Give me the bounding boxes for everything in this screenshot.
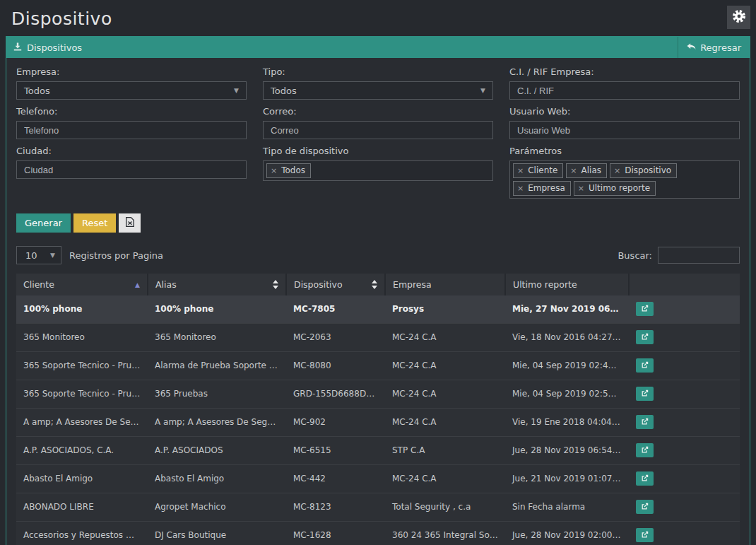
ciudad-input[interactable]	[16, 160, 247, 179]
table-row[interactable]: A amp; A Asesores De Seguros A amp; A As…	[16, 409, 740, 437]
parametros-multiselect[interactable]: × Cliente × Alias × Dispositivo ×	[509, 160, 740, 199]
cell-empresa: MC-24 C.A	[385, 380, 505, 409]
sort-both-icon	[372, 280, 377, 289]
table-row[interactable]: 365 Soporte Tecnico - Pruebas Alarma de …	[16, 352, 740, 380]
external-link-icon	[641, 502, 649, 512]
table-row[interactable]: 365 Monitoreo 365 Monitoreo MC-2063 MC-2…	[16, 324, 740, 352]
tag-ultimo-reporte: × Ultimo reporte	[574, 181, 656, 196]
external-link-icon	[641, 332, 649, 343]
filter-form: Empresa: Todos ▼ Telefono: Ciudad:	[16, 66, 740, 205]
cell-dispositivo: MC-2063	[286, 324, 385, 352]
cell-alias: A.P. ASOCIADOS	[148, 437, 286, 465]
tag-alias: × Alias	[566, 163, 607, 178]
column-header-dispositivo[interactable]: Dispositivo	[286, 274, 385, 295]
table-row[interactable]: A.P. ASOCIADOS, C.A. A.P. ASOCIADOS MC-6…	[16, 437, 740, 465]
telefono-input[interactable]	[16, 121, 247, 139]
cell-cliente: 365 Soporte Tecnico - Pruebas	[16, 380, 148, 409]
panel-body: Empresa: Todos ▼ Telefono: Ciudad:	[6, 58, 750, 545]
cell-dispositivo: GRD-155D6688D6F7830	[286, 380, 385, 409]
external-link-icon	[641, 304, 649, 315]
tipo-select[interactable]: Todos ▼	[263, 81, 493, 100]
external-link-icon	[641, 389, 649, 399]
cell-dispositivo: MC-8080	[286, 352, 385, 380]
table-row[interactable]: Abasto El Amigo Abasto El Amigo MC-442 M…	[16, 465, 740, 493]
open-detail-button[interactable]	[636, 528, 654, 542]
cell-ultimo-reporte: Jue, 28 Nov 2019 06:54:37 am	[505, 437, 629, 465]
remove-tag-icon[interactable]: ×	[614, 166, 620, 175]
cell-dispositivo: MC-7805	[286, 295, 385, 324]
settings-button[interactable]	[727, 6, 750, 29]
filter-column-2: Tipo: Todos ▼ Correo: Tipo de dispositiv…	[263, 66, 493, 205]
external-link-icon	[641, 530, 649, 541]
tag-label: Empresa	[528, 183, 565, 193]
cell-cliente: ABONADO LIBRE	[16, 493, 148, 522]
parametros-label: Parámetros	[509, 146, 740, 156]
ci-rif-input[interactable]	[509, 81, 740, 100]
remove-tag-icon[interactable]: ×	[570, 166, 577, 175]
table-header-row: Cliente ▲ Alias Dispositivo	[16, 274, 740, 295]
page-size-select[interactable]: 10 ▼	[16, 246, 61, 264]
tipo-dispositivo-label: Tipo de dispositivo	[263, 146, 493, 156]
table-row[interactable]: 100% phone 100% phone MC-7805 Prosys Mie…	[16, 295, 740, 324]
correo-input[interactable]	[263, 121, 493, 139]
cell-alias: 365 Monitoreo	[148, 324, 286, 352]
cell-ultimo-reporte: Sin Fecha alarma	[505, 493, 629, 522]
cell-empresa: MC-24 C.A	[385, 465, 505, 493]
column-label: Cliente	[23, 279, 54, 290]
cell-ultimo-reporte: Mie, 27 Nov 2019 06:00:02 pm	[505, 295, 629, 324]
tag-empresa: × Empresa	[513, 181, 571, 196]
chevron-down-icon: ▼	[50, 252, 55, 259]
remove-tag-icon[interactable]: ×	[578, 184, 584, 193]
panel-title: Dispositivos	[27, 42, 82, 53]
empresa-select[interactable]: Todos ▼	[16, 81, 247, 100]
devices-panel: Dispositivos Regresar Empresa: Todos ▼	[6, 36, 750, 545]
external-link-icon	[641, 474, 649, 484]
remove-tag-icon[interactable]: ×	[517, 184, 524, 193]
table-row[interactable]: 365 Soporte Tecnico - Pruebas 365 Prueba…	[16, 380, 740, 409]
open-detail-button[interactable]	[636, 471, 654, 486]
cell-alias: A amp; A Asesores De Seguros	[148, 409, 286, 437]
empresa-label: Empresa:	[16, 66, 247, 77]
cell-empresa: STP C.A	[385, 437, 505, 465]
column-header-empresa[interactable]: Empresa	[385, 274, 505, 295]
back-button[interactable]: Regresar	[678, 37, 750, 58]
search-input[interactable]	[658, 247, 740, 264]
cell-ultimo-reporte: Mie, 04 Sep 2019 02:48:14 pm	[505, 352, 629, 380]
column-label: Alias	[155, 279, 177, 290]
column-header-cliente[interactable]: Cliente ▲	[16, 274, 148, 295]
gear-icon	[732, 9, 746, 26]
generar-button[interactable]: Generar	[16, 213, 71, 233]
remove-tag-icon[interactable]: ×	[271, 166, 277, 175]
open-detail-button[interactable]	[636, 443, 654, 457]
sort-ascending-icon: ▲	[135, 281, 140, 288]
column-header-ultimo-reporte[interactable]: Ultimo reporte	[505, 274, 629, 295]
open-detail-button[interactable]	[636, 387, 654, 401]
topbar: Dispositivo	[0, 0, 756, 36]
tag-label: Ultimo reporte	[589, 183, 650, 193]
cell-empresa: MC-24 C.A	[385, 324, 505, 352]
ciudad-label: Ciudad:	[16, 146, 247, 156]
usuario-web-label: Usuario Web:	[509, 106, 740, 117]
usuario-web-input[interactable]	[509, 121, 740, 139]
open-detail-button[interactable]	[636, 415, 654, 429]
cell-dispositivo: MC-6515	[286, 437, 385, 465]
chevron-down-icon: ▼	[480, 87, 485, 94]
cell-alias: Agropet Machico	[148, 493, 286, 522]
export-excel-button[interactable]	[119, 213, 141, 233]
table-row[interactable]: Accesorios y Repuestos D.J., C. A. DJ Ca…	[16, 522, 740, 545]
cell-alias: 365 Pruebas	[148, 380, 286, 409]
cell-empresa: 360 24 365 Integral Solutions	[385, 522, 505, 545]
tipo-dispositivo-multiselect[interactable]: × Todos	[263, 160, 493, 181]
remove-tag-icon[interactable]: ×	[517, 166, 524, 175]
reset-button[interactable]: Reset	[73, 213, 116, 233]
table-row[interactable]: ABONADO LIBRE Agropet Machico MC-8123 To…	[16, 493, 740, 522]
open-detail-button[interactable]	[636, 302, 654, 316]
tag-label: Dispositivo	[625, 165, 671, 175]
column-header-alias[interactable]: Alias	[148, 274, 286, 295]
open-detail-button[interactable]	[636, 330, 654, 344]
correo-label: Correo:	[263, 106, 493, 117]
column-label: Dispositivo	[294, 279, 343, 290]
open-detail-button[interactable]	[636, 358, 654, 373]
filter-column-3: C.I. / RIF Empresa: Usuario Web: Parámet…	[509, 66, 740, 205]
open-detail-button[interactable]	[636, 500, 654, 514]
